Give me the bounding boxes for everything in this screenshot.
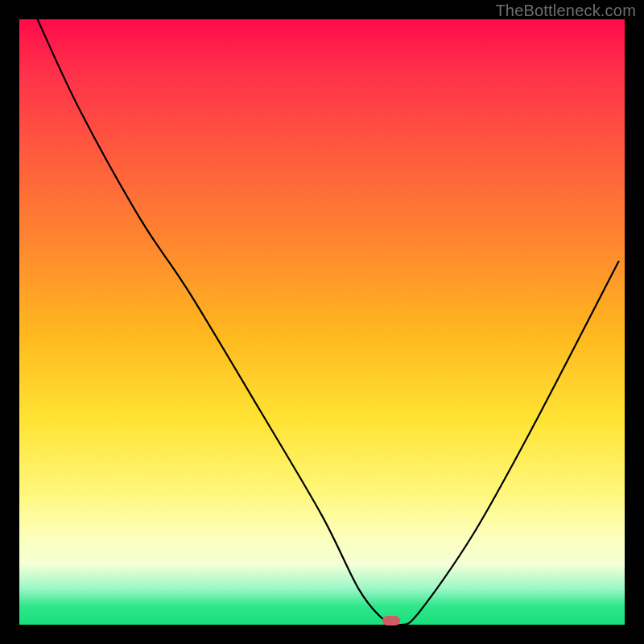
watermark-text: TheBottleneck.com [495,2,636,20]
plot-area [19,19,625,625]
bottleneck-curve [19,19,625,625]
chart-frame: TheBottleneck.com [0,0,644,644]
optimal-marker [382,616,400,625]
